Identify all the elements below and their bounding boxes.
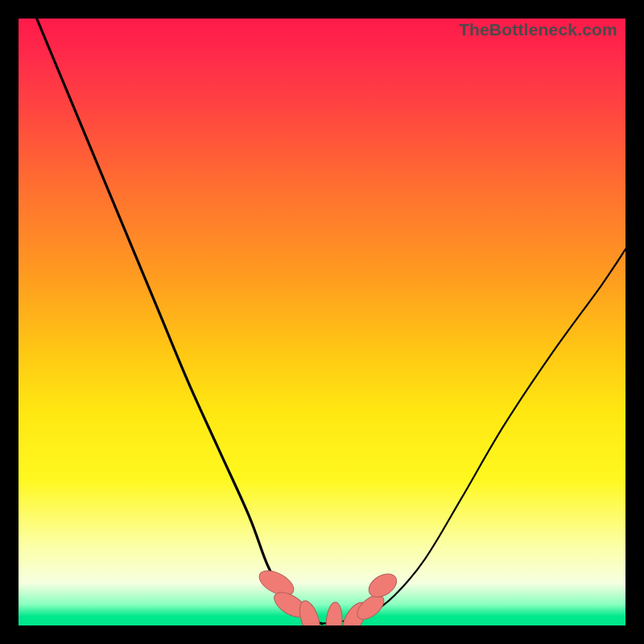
plot-area: TheBottleneck.com: [19, 19, 625, 625]
marker-group: [255, 566, 401, 625]
curve-svg: [19, 19, 625, 625]
curve-group: [37, 19, 625, 624]
chart-frame: TheBottleneck.com: [0, 0, 644, 644]
curve-left-branch: [37, 19, 322, 624]
curve-right-branch: [322, 250, 625, 624]
bottleneck-marker: [325, 601, 344, 625]
